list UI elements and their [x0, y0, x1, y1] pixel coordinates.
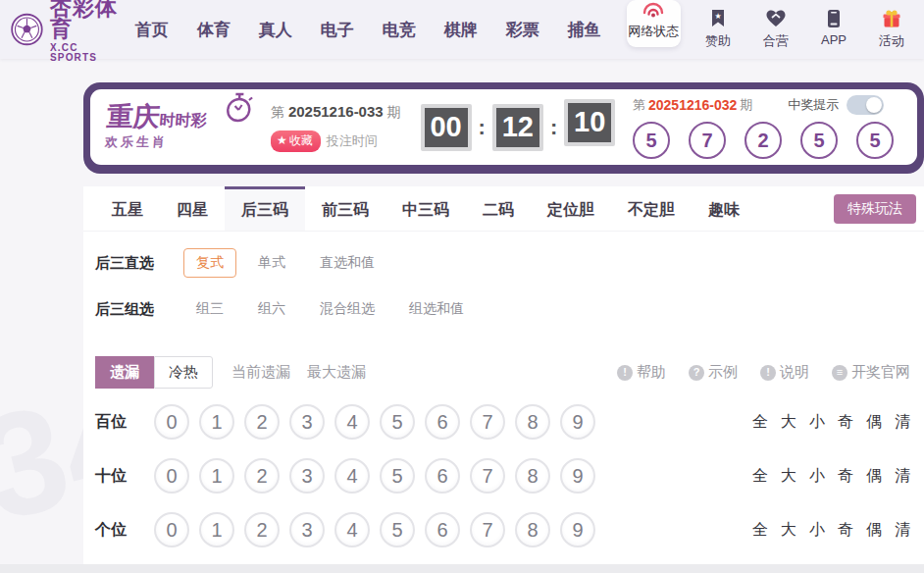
partner-label: 合营 [763, 32, 789, 50]
quick-action-button[interactable]: 清 [895, 466, 910, 487]
game-tab[interactable]: 不定胆 [611, 186, 692, 231]
digit-button[interactable]: 0 [154, 512, 189, 547]
bet-option[interactable]: 复式 [183, 248, 236, 278]
digit-button[interactable]: 8 [515, 458, 550, 494]
nav-menu-item[interactable]: 彩票 [506, 19, 539, 41]
bet-group-title: 后三组选 [95, 300, 176, 319]
digit-button[interactable]: 6 [425, 512, 460, 547]
digit-button[interactable]: 5 [380, 458, 415, 494]
help-link[interactable]: ! 帮助 [617, 363, 666, 382]
sponsor-link[interactable]: ★ 赞助 [701, 9, 735, 50]
digit-button[interactable]: 6 [425, 458, 460, 494]
mobile-phone-icon [827, 9, 841, 28]
mode-segment[interactable]: 冷热 [154, 356, 213, 389]
filter-link[interactable]: 最大遗漏 [307, 363, 366, 382]
digit-button[interactable]: 9 [560, 512, 595, 547]
digit-button[interactable]: 2 [244, 458, 280, 494]
digit-button[interactable]: 1 [199, 512, 234, 547]
favorite-button[interactable]: ★ 收藏 [271, 130, 321, 152]
brand-logo[interactable]: 杏彩体育 X.CC SPORTS [10, 0, 119, 63]
help-circle-icon: ? [689, 365, 704, 381]
nav-menu-item[interactable]: 电竞 [383, 19, 416, 41]
digit-button[interactable]: 5 [380, 404, 415, 440]
game-tab[interactable]: 中三码 [385, 186, 466, 231]
help-link[interactable]: ? 示例 [689, 363, 738, 382]
digit-button[interactable]: 9 [560, 458, 595, 494]
digit-button[interactable]: 1 [199, 458, 234, 494]
quick-action-button[interactable]: 奇 [838, 466, 853, 487]
quick-action-button[interactable]: 大 [781, 466, 796, 487]
digit-button[interactable]: 4 [334, 512, 370, 547]
game-tab[interactable]: 趣味 [692, 186, 756, 231]
game-tab[interactable]: 前三码 [305, 186, 385, 231]
bet-option[interactable]: 单式 [245, 248, 298, 278]
digit-button[interactable]: 4 [334, 404, 370, 440]
game-tab[interactable]: 五星 [95, 186, 160, 231]
app-link[interactable]: APP [817, 9, 850, 50]
digit-button[interactable]: 1 [199, 404, 234, 440]
special-plays-button[interactable]: 特殊玩法 [834, 194, 916, 224]
promo-link[interactable]: 活动 [875, 9, 908, 50]
nav-menu-item[interactable]: 捕鱼 [568, 19, 601, 41]
digit-button[interactable]: 0 [154, 404, 189, 440]
quick-action-button[interactable]: 偶 [866, 520, 882, 541]
digit-button[interactable]: 8 [515, 404, 550, 440]
quick-action-button[interactable]: 清 [895, 520, 910, 541]
filter-link[interactable]: 当前遗漏 [231, 363, 290, 382]
quick-action-button[interactable]: 全 [752, 466, 768, 487]
bet-group-group: 后三组选 组三组六混合组选组选和值 [83, 294, 924, 324]
digit-button[interactable]: 2 [244, 404, 280, 440]
nav-menu-item[interactable]: 棋牌 [444, 19, 478, 41]
nav-menu-item[interactable]: 真人 [259, 19, 292, 41]
game-tab[interactable]: 四星 [160, 186, 225, 231]
star-icon: ★ [277, 133, 287, 147]
bet-option[interactable]: 组选和值 [396, 294, 477, 324]
result-ball: 7 [689, 122, 726, 159]
partner-link[interactable]: 合营 [759, 9, 793, 50]
quick-action-button[interactable]: 大 [781, 520, 796, 541]
quick-action-button[interactable]: 全 [752, 412, 768, 433]
game-tab[interactable]: 定位胆 [531, 186, 611, 231]
quick-action-button[interactable]: 小 [809, 412, 825, 433]
quick-action-button[interactable]: 清 [895, 412, 910, 433]
network-status-button[interactable]: 网络状态 [627, 0, 681, 47]
digit-button[interactable]: 7 [470, 512, 505, 547]
digit-button[interactable]: 5 [380, 512, 415, 547]
digit-button[interactable]: 3 [289, 404, 325, 440]
quick-action-button[interactable]: 奇 [838, 520, 853, 541]
digit-button[interactable]: 7 [470, 404, 505, 440]
main-content: 五星四星后三码前三码中三码二码定位胆不定胆趣味 特殊玩法 后三直选 复式单式直选… [83, 186, 924, 564]
lottery-title-main: 重庆 [106, 102, 161, 131]
digit-button[interactable]: 3 [289, 512, 325, 547]
digit-button[interactable]: 0 [154, 458, 189, 494]
bet-option[interactable]: 直选和值 [307, 248, 387, 278]
game-tab[interactable]: 后三码 [225, 186, 305, 231]
bet-option[interactable]: 混合组选 [307, 294, 387, 324]
digit-button[interactable]: 6 [425, 404, 460, 440]
digit-button[interactable]: 8 [515, 512, 550, 547]
quick-action-button[interactable]: 偶 [866, 466, 882, 487]
nav-menu-item[interactable]: 体育 [197, 19, 231, 41]
nav-menu-item[interactable]: 电子 [321, 19, 354, 41]
quick-action-button[interactable]: 小 [809, 520, 825, 541]
digit-button[interactable]: 3 [289, 458, 325, 494]
quick-action-button[interactable]: 小 [809, 466, 825, 487]
game-tab[interactable]: 二码 [466, 186, 531, 231]
digit-button[interactable]: 7 [470, 458, 505, 494]
quick-action-button[interactable]: 偶 [866, 412, 882, 433]
win-tip-toggle[interactable] [847, 95, 884, 115]
bet-option[interactable]: 组六 [245, 294, 298, 324]
digit-button[interactable]: 9 [560, 404, 595, 440]
nav-menu-item[interactable]: 首页 [135, 19, 169, 41]
bet-option[interactable]: 组三 [183, 294, 236, 324]
help-link[interactable]: ≡ 开奖官网 [832, 363, 910, 382]
digit-button[interactable]: 4 [334, 458, 370, 494]
digit-button[interactable]: 2 [244, 512, 280, 547]
quick-action-button[interactable]: 大 [781, 412, 796, 433]
quick-action-button[interactable]: 全 [752, 520, 768, 541]
brand-text: 杏彩体育 X.CC SPORTS [50, 0, 119, 63]
help-link[interactable]: ! 说明 [760, 363, 809, 382]
mode-segment[interactable]: 遗漏 [95, 356, 154, 389]
quick-action-button[interactable]: 奇 [838, 412, 853, 433]
last-draw-results: 57255 [633, 122, 894, 159]
